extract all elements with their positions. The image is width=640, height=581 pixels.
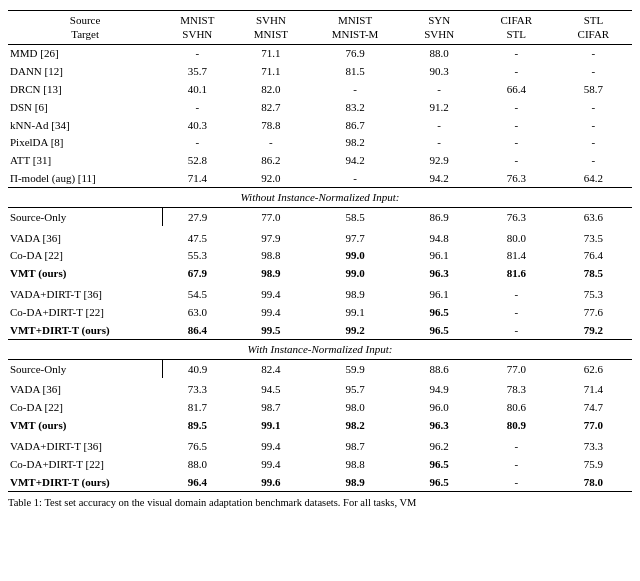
table-row: DRCN [13] 40.182.0--66.458.7 (8, 80, 632, 98)
table-row: MMD [26] -71.176.988.0-- (8, 44, 632, 62)
header-stl-cifar: STLCIFAR (555, 11, 632, 45)
section-divider-1: Without Instance-Normalized Input: (8, 188, 632, 208)
table-row: VMT+DIRT-T (ours) 86.499.599.296.5-79.2 (8, 321, 632, 339)
header-syn-svhn: SYNSVHN (401, 11, 478, 45)
table-row: VADA+DIRT-T [36] 76.599.498.796.2-73.3 (8, 437, 632, 455)
table-header: SourceTarget MNISTSVHN SVHNMNIST MNISTMN… (8, 11, 632, 45)
table-row: Co-DA+DIRT-T [22] 88.099.498.896.5-75.9 (8, 455, 632, 473)
table-row: DANN [12] 35.771.181.590.3-- (8, 63, 632, 81)
table-caption: Table 1: Test set accuracy on the visual… (8, 496, 632, 511)
header-cifar-stl: CIFARSTL (478, 11, 555, 45)
table-row: VMT+DIRT-T (ours) 96.499.698.996.5-78.0 (8, 473, 632, 491)
table-row: VADA [36] 47.597.997.794.880.073.5 (8, 229, 632, 247)
table-row: ATT [31] 52.886.294.292.9-- (8, 152, 632, 170)
table-row: Source-Only 27.9 77.058.586.976.363.6 (8, 208, 632, 226)
table-row: kNN-Ad [34] 40.378.886.7--- (8, 116, 632, 134)
table-row: Source-Only 40.9 82.459.988.677.062.6 (8, 360, 632, 378)
table-row: VMT (ours) 67.998.999.096.381.678.5 (8, 265, 632, 283)
header-svhn-mnist: SVHNMNIST (232, 11, 309, 45)
table-row: PixelDA [8] --98.2--- (8, 134, 632, 152)
table-row: Co-DA [22] 55.398.899.096.181.476.4 (8, 247, 632, 265)
header-source-target: SourceTarget (8, 11, 162, 45)
table-row: Co-DA+DIRT-T [22] 63.099.499.196.5-77.6 (8, 304, 632, 322)
section-divider-2: With Instance-Normalized Input: (8, 340, 632, 360)
table-row: Π-model (aug) [11] 71.492.0-94.276.364.2 (8, 170, 632, 188)
table-row: VADA [36] 73.394.595.794.978.371.4 (8, 381, 632, 399)
table-row: VMT (ours) 89.599.198.296.380.977.0 (8, 417, 632, 435)
table-row: Co-DA [22] 81.798.798.096.080.674.7 (8, 399, 632, 417)
header-mnist-svhn: MNISTSVHN (162, 11, 232, 45)
table-row: VADA+DIRT-T [36] 54.599.498.996.1-75.3 (8, 286, 632, 304)
header-mnist-mnistm: MNISTMNIST-M (309, 11, 400, 45)
table-row: DSN [6] -82.783.291.2-- (8, 98, 632, 116)
results-table: SourceTarget MNISTSVHN SVHNMNIST MNISTMN… (8, 10, 632, 492)
